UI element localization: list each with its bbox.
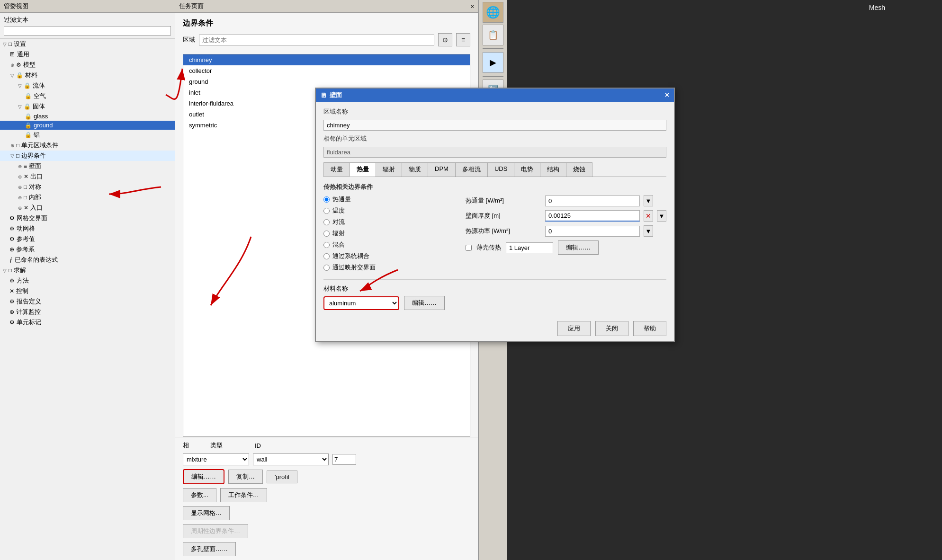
sidebar-item-boundary-cond[interactable]: ▽ □ 边界条件 [0, 151, 175, 161]
expand-symmetric-bc[interactable]: ⊕ [17, 184, 23, 190]
sidebar-item-report-def[interactable]: ⚙ 报告定义 [0, 296, 175, 307]
dialog-close-footer-button[interactable]: 关闭 [595, 321, 628, 336]
expand-solid[interactable]: ▽ [17, 104, 23, 109]
tab-dpm[interactable]: DPM [428, 162, 456, 177]
bc-filter-btn2[interactable]: ≡ [456, 33, 470, 46]
tab-radiation[interactable]: 辐射 [376, 162, 402, 177]
sidebar-item-material[interactable]: ▽ 🔒 材料 [0, 70, 175, 80]
heat-flux-input[interactable] [545, 196, 640, 206]
expand-inlet-bc[interactable]: ⊕ [17, 205, 23, 211]
tab-potential[interactable]: 电势 [514, 162, 540, 177]
bc-copy-button[interactable]: 复制… [228, 470, 263, 484]
bc-item-ground[interactable]: ground [183, 76, 470, 87]
tab-ablation[interactable]: 烧蚀 [566, 162, 592, 177]
sidebar-item-named-expr[interactable]: ƒ 已命名的表达式 [0, 255, 175, 265]
sidebar-item-symmetric-bc[interactable]: ⊕ □ 对称 [0, 182, 175, 192]
help-button[interactable]: 帮助 [633, 321, 666, 336]
radio-system-coupling[interactable]: 通过系统耦合 [323, 252, 456, 260]
sidebar-filter-input[interactable] [4, 26, 171, 36]
bc-profile-button[interactable]: 'profil [267, 471, 297, 483]
expand-model[interactable]: ⊕ [9, 62, 15, 68]
bc-porous-wall-button[interactable]: 多孔壁面…… [183, 542, 236, 556]
bc-id-input[interactable] [332, 454, 356, 465]
radio-mapped[interactable]: 通过映射交界面 [323, 263, 456, 272]
sidebar-item-dynamic-mesh[interactable]: ⚙ 动网格 [0, 223, 175, 234]
dialog-close-button[interactable]: × [665, 91, 669, 99]
radio-convection[interactable]: 对流 [323, 218, 456, 226]
thin-shell-checkbox[interactable] [466, 245, 472, 251]
toolbar-layers-btn[interactable]: 📋 [483, 25, 503, 45]
tab-material-substance[interactable]: 物质 [402, 162, 428, 177]
apply-button[interactable]: 应用 [557, 321, 591, 336]
sidebar-item-fluid[interactable]: ▽ 🔒 流体 [0, 80, 175, 91]
expand-fluid[interactable]: ▽ [17, 83, 23, 89]
radio-mixture[interactable]: 混合 [323, 240, 456, 249]
sidebar-item-internal-bc[interactable]: ⊕ □ 内部 [0, 192, 175, 203]
expand-solve[interactable]: ▽ [2, 267, 8, 273]
sidebar-item-solve[interactable]: ▽ □ 求解 [0, 265, 175, 276]
sidebar-filter-bar: 过滤文本 [0, 13, 175, 39]
sidebar-item-mesh-interface[interactable]: ⚙ 网格交界面 [0, 213, 175, 223]
radio-temperature[interactable]: 温度 [323, 206, 456, 215]
bc-filter-btn1[interactable]: ⊙ [438, 33, 452, 46]
tab-momentum[interactable]: 动量 [323, 162, 350, 177]
expand-internal-bc[interactable]: ⊕ [17, 195, 23, 200]
bc-item-collector[interactable]: collector [183, 65, 470, 76]
radio-heat-flux[interactable]: 热通量 [323, 195, 456, 204]
sidebar-item-method[interactable]: ⚙ 方法 [0, 276, 175, 286]
sidebar-item-aluminum[interactable]: 🔒 铝 [0, 130, 175, 140]
bc-phase-select[interactable]: mixture [183, 453, 249, 465]
sidebar-item-calc-monitor[interactable]: ⊕ 计算监控 [0, 307, 175, 317]
tab-multiphase[interactable]: 多相流 [455, 162, 488, 177]
sidebar-item-wall-bc[interactable]: ⊕ ≡ 壁面 [0, 161, 175, 171]
tab-uds[interactable]: UDS [487, 162, 514, 177]
sidebar-item-glass[interactable]: 🔒 glass [0, 112, 175, 121]
bc-item-chimney[interactable]: chimney [183, 54, 470, 65]
material-edit-button[interactable]: 编辑…… [404, 296, 445, 310]
heat-source-input[interactable] [545, 226, 640, 237]
material-row: aluminum 编辑…… [323, 296, 666, 310]
wall-dialog: 🖹 壁面 × 区域名称 相邻的单元区域 动量 热量 辐射 物质 DPM 多相流 … [315, 88, 675, 342]
bc-periodic-button[interactable]: 周期性边界条件… [183, 524, 248, 538]
expand-material[interactable]: ▽ [9, 72, 15, 78]
bc-show-mesh-button[interactable]: 显示网格… [183, 506, 230, 520]
wall-thickness-dropdown[interactable]: ▼ [657, 210, 666, 222]
zone-name-input[interactable] [323, 120, 666, 131]
expand-wall-bc[interactable]: ⊕ [17, 163, 23, 169]
thin-shell-edit-button[interactable]: 编辑…… [558, 240, 599, 255]
sidebar-item-ground[interactable]: 🔒 ground [0, 121, 175, 130]
sidebar-item-cell-mark[interactable]: ⚙ 单元标记 [0, 317, 175, 328]
tab-structure[interactable]: 结构 [540, 162, 566, 177]
wall-thickness-clear[interactable]: ✕ [644, 210, 653, 222]
sidebar-item-control[interactable]: ✕ 控制 [0, 286, 175, 296]
sidebar-item-cell-zone[interactable]: ⊕ □ 单元区域条件 [0, 140, 175, 151]
sidebar-item-ref-value[interactable]: ⚙ 参考值 [0, 234, 175, 244]
sidebar-item-outlet-bc[interactable]: ⊕ ✕ 出口 [0, 171, 175, 182]
thin-shell-layers-input[interactable] [506, 242, 553, 253]
sidebar-item-model[interactable]: ⊕ ⚙ 模型 [0, 60, 175, 70]
wall-thickness-input[interactable] [545, 210, 640, 222]
sidebar-item-solid[interactable]: ▽ 🔒 固体 [0, 101, 175, 112]
sidebar-item-ref-frame[interactable]: ⊕ 参考系 [0, 244, 175, 255]
sidebar-item-air[interactable]: 🔒 空气 [0, 91, 175, 101]
radio-radiation[interactable]: 辐射 [323, 229, 456, 238]
toolbar-mesh-btn[interactable]: 🌐 [483, 2, 503, 23]
bc-edit-button[interactable]: 编辑…… [183, 469, 224, 484]
sidebar-item-general[interactable]: 🖹 通用 [0, 49, 175, 60]
sidebar-item-settings[interactable]: ▽ □ 设置 [0, 39, 175, 49]
heat-source-dropdown[interactable]: ▼ [644, 225, 653, 237]
expand-outlet-bc[interactable]: ⊕ [17, 174, 23, 179]
task-panel-close[interactable]: × [470, 3, 474, 10]
heat-flux-dropdown[interactable]: ▼ [644, 195, 653, 206]
tab-heat[interactable]: 热量 [350, 162, 376, 177]
expand-boundary-cond[interactable]: ▽ [9, 153, 15, 159]
expand-cell-zone[interactable]: ⊕ [9, 142, 15, 148]
material-select[interactable]: aluminum [323, 296, 399, 310]
bc-zone-filter-input[interactable] [199, 35, 434, 45]
expand-settings[interactable]: ▽ [2, 41, 8, 47]
toolbar-cursor-btn[interactable]: ▶ [483, 52, 503, 73]
bc-params-button[interactable]: 参数... [183, 488, 216, 502]
sidebar-item-inlet-bc[interactable]: ⊕ ✕ 入口 [0, 203, 175, 213]
bc-type-select[interactable]: wall [253, 453, 329, 465]
bc-work-cond-button[interactable]: 工作条件… [220, 488, 267, 502]
